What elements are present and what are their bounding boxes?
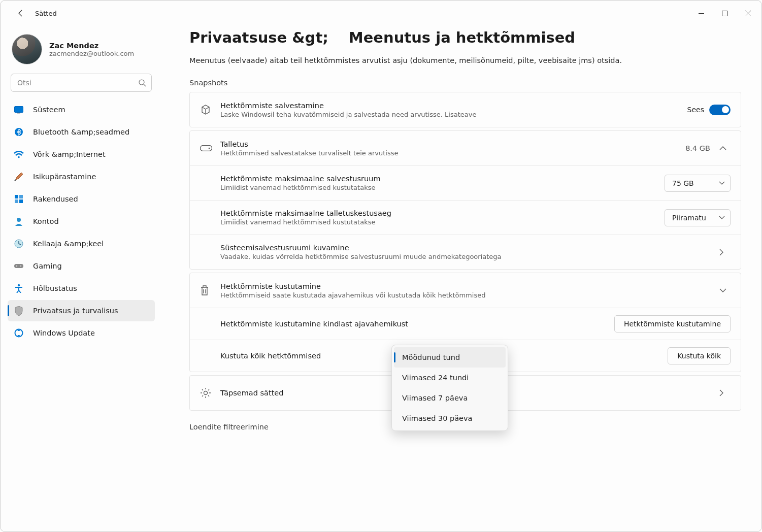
popup-option-30d[interactable]: Viimased 30 päeva [394,408,506,428]
gamepad-icon [14,261,24,271]
chevron-down-icon [719,288,731,292]
max-duration-row: Hetktõmmiste maksimaalne talletuskestusa… [190,200,741,235]
bluetooth-icon [14,127,24,137]
max-duration-title: Hetktõmmiste maksimaalne talletuskestusa… [220,209,665,217]
svg-rect-8 [15,200,18,203]
gear-icon [200,387,220,398]
minimize-button[interactable] [689,3,713,23]
save-title: Hetktõmmiste salvestamine [220,102,687,110]
avatar [12,34,42,64]
person-icon [14,216,24,226]
breadcrumb: Privaatsuse &gt; Meenutus ja hetktõmmise… [189,29,741,46]
delete-sub: Hetktõmmiseid saate kustutada ajavahemik… [220,291,719,299]
display-icon [14,105,24,115]
sys-storage-title: Süsteemisalvestusruumi kuvamine [220,244,719,252]
storage-icon [200,145,220,151]
storage-header-row[interactable]: Talletus Hetktõmmised salvestatakse turv… [190,131,741,165]
apps-icon [14,194,24,204]
search-icon [138,79,146,87]
svg-point-10 [17,218,21,222]
sys-storage-sub: Vaadake, kuidas võrrelda hetktõmmise sal… [220,253,719,260]
delete-title: Hetktõmmiste kustutamine [220,282,719,290]
back-button[interactable] [12,4,30,22]
max-duration-value: Piiramatu [672,214,706,222]
svg-rect-9 [19,200,23,203]
popup-option-7d[interactable]: Viimased 7 päeva [394,388,506,408]
max-storage-value: 75 GB [672,179,694,187]
nav-label: Hõlbustatus [33,284,77,292]
svg-rect-3 [17,113,20,114]
storage-card: Talletus Hetktõmmised salvestatakse turv… [189,130,741,270]
system-storage-row[interactable]: Süsteemisalvestusruumi kuvamine Vaadake,… [190,235,741,269]
nav-accounts[interactable]: Kontod [8,211,155,232]
storage-title: Talletus [220,140,685,148]
titlebar: Sätted [1,1,761,26]
profile-email: zacmendez@outlook.com [49,50,134,57]
nav-label: Bluetooth &amp;seadmed [33,128,129,136]
maximize-button[interactable] [713,3,736,23]
nav-list: Süsteem Bluetooth &amp;seadmed Võrk &amp… [8,99,155,344]
trash-icon [200,285,220,296]
nav-label: Süsteem [33,106,65,114]
chevron-down-icon [719,216,725,219]
nav-gaming[interactable]: Gaming [8,255,155,277]
nav-privacy[interactable]: Privaatsus ja turvalisus [8,300,155,321]
app-title: Sätted [35,10,57,17]
search-input[interactable] [17,79,138,87]
nav-personalization[interactable]: Isikupärastamine [8,166,155,187]
update-icon [14,328,24,338]
save-sub: Laske Windowsil teha kuvatõmmiseid ja sa… [220,111,687,118]
svg-rect-2 [15,106,23,112]
chevron-down-icon [719,181,725,185]
breadcrumb-parent[interactable]: Privaatsuse &gt; [189,29,328,46]
svg-point-18 [209,148,210,149]
window-controls [689,3,759,23]
delete-range-row: Hetktõmmiste kustutamine kindlast ajavah… [190,308,741,340]
delete-header-row[interactable]: Hetktõmmiste kustutamine Hetktõmmiseid s… [190,273,741,308]
popup-option-past-hour[interactable]: Möödunud tund [394,347,506,368]
svg-point-13 [16,265,17,267]
chevron-up-icon [719,146,731,150]
nav-label: Isikupärastamine [33,173,96,181]
svg-point-15 [18,284,20,286]
nav-label: Võrk &amp;Internet [33,150,106,158]
brush-icon [14,172,24,182]
close-button[interactable] [736,3,759,23]
popup-option-24h[interactable]: Viimased 24 tundi [394,368,506,388]
section-label-snapshots: Snapshots [189,79,741,87]
accessibility-icon [14,283,24,293]
storage-size: 8.4 GB [685,144,710,152]
nav-bluetooth[interactable]: Bluetooth &amp;seadmed [8,121,155,143]
nav-label: Windows Update [33,329,95,337]
svg-rect-17 [201,146,212,151]
save-toggle[interactable] [709,105,731,115]
svg-rect-6 [15,195,18,198]
sidebar: Zac Mendez zacmendez@outlook.com Süsteem… [1,26,160,531]
profile-name: Zac Mendez [49,42,134,50]
svg-rect-7 [19,195,23,198]
delete-range-button[interactable]: Hetktõmmiste kustutamine [614,315,731,332]
profile-block[interactable]: Zac Mendez zacmendez@outlook.com [8,31,155,71]
storage-sub: Hetktõmmised salvestatakse turvaliselt t… [220,149,685,157]
svg-point-5 [18,156,20,158]
page-title: Meenutus ja hetktõmmised [349,29,575,46]
timerange-dropdown-popup: Möödunud tund Viimased 24 tundi Viimased… [391,345,508,431]
nav-label: Kellaaja &amp;keel [33,240,104,248]
max-duration-dropdown[interactable]: Piiramatu [665,209,731,226]
svg-point-19 [204,391,208,395]
wifi-icon [14,149,24,159]
max-storage-dropdown[interactable]: 75 GB [665,175,731,192]
snapshot-icon [200,104,220,115]
delete-all-button[interactable]: Kustuta kõik [668,347,731,364]
nav-time[interactable]: Kellaaja &amp;keel [8,233,155,254]
nav-update[interactable]: Windows Update [8,322,155,344]
max-duration-sub: Limiidist vanemad hetktõmmised kustutata… [220,218,665,226]
nav-system[interactable]: Süsteem [8,99,155,120]
search-box[interactable] [11,74,152,92]
nav-accessibility[interactable]: Hõlbustatus [8,278,155,299]
nav-apps[interactable]: Rakendused [8,188,155,210]
nav-network[interactable]: Võrk &amp;Internet [8,144,155,165]
nav-label: Gaming [33,262,62,270]
chevron-right-icon [719,389,731,396]
save-snapshots-card: Hetktõmmiste salvestamine Laske Windowsi… [189,92,741,127]
